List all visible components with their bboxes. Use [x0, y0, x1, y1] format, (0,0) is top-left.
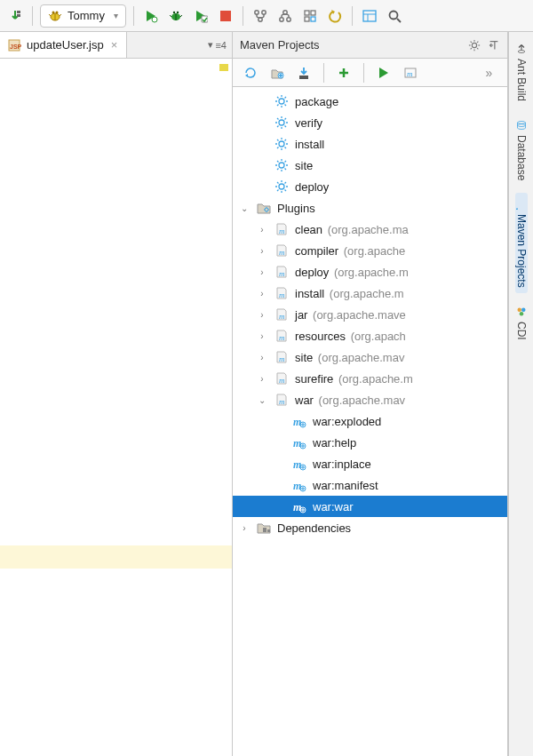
editor-tab[interactable]: JSP updateUser.jsp ×: [0, 32, 127, 58]
tree-twisty-icon[interactable]: ›: [256, 225, 268, 235]
vcs-branch2-icon[interactable]: [275, 6, 295, 26]
debug-button[interactable]: [166, 6, 186, 26]
add-project-icon[interactable]: [268, 64, 286, 82]
execute-maven-icon[interactable]: m: [402, 64, 419, 82]
plugin-item[interactable]: ›msurefire (org.apache.m: [233, 368, 507, 389]
svg-line-72: [277, 126, 279, 128]
svg-line-45: [471, 48, 472, 49]
tree-node-label: war:manifest: [313, 479, 378, 492]
dependencies-folder[interactable]: ›Dependencies: [233, 517, 507, 538]
lifecycle-phase[interactable]: install: [233, 133, 507, 155]
project-structure-icon[interactable]: [300, 6, 320, 26]
svg-point-136: [518, 51, 525, 53]
panel-toolbar-overflow[interactable]: »: [481, 64, 498, 82]
lifecycle-phase[interactable]: package: [233, 91, 507, 112]
svg-line-88: [285, 169, 287, 171]
maven-tree[interactable]: packageverifyinstallsitedeploy⌄Plugins›m…: [233, 87, 507, 756]
plugin-goal[interactable]: mwar:exploded: [233, 410, 507, 432]
svg-rect-25: [305, 11, 309, 15]
refresh-icon[interactable]: [242, 64, 259, 82]
run-button[interactable]: [141, 6, 161, 26]
plugin-item-war[interactable]: ⌄mwar (org.apache.mav: [233, 389, 507, 410]
download-sources-icon[interactable]: [295, 64, 313, 82]
dependencies-folder-icon: [256, 520, 272, 536]
plugin-goal[interactable]: mwar:help: [233, 432, 507, 453]
layout-icon[interactable]: [360, 6, 379, 26]
undo-icon[interactable]: [325, 6, 345, 26]
add-icon[interactable]: [335, 64, 353, 82]
lifecycle-phase[interactable]: verify: [233, 112, 507, 133]
editor-tab-bar: JSP updateUser.jsp × ▾≡4: [0, 32, 232, 59]
run-config-label: Tommy: [68, 9, 105, 22]
svg-rect-28: [311, 17, 315, 21]
svg-point-3: [52, 11, 55, 13]
svg-text:m: m: [279, 227, 285, 235]
plugin-item[interactable]: ›msite (org.apache.mav: [233, 346, 507, 368]
svg-point-55: [279, 99, 284, 104]
plugin-goal[interactable]: mwar:war: [233, 496, 507, 517]
tree-twisty-icon[interactable]: ›: [256, 310, 268, 320]
plugin-item[interactable]: ›mdeploy (org.apache.m: [233, 261, 507, 283]
svg-line-97: [285, 190, 287, 192]
tree-twisty-icon[interactable]: ›: [256, 331, 268, 341]
jsp-file-icon: JSP: [7, 38, 21, 52]
tree-twisty-icon[interactable]: ›: [256, 267, 268, 277]
svg-line-89: [285, 161, 287, 163]
tree-twisty-icon[interactable]: ⌄: [256, 395, 268, 405]
editor-area: JSP updateUser.jsp × ▾≡4: [0, 32, 233, 756]
run-config-selector[interactable]: Tommy ▾: [40, 4, 126, 28]
panel-hide-icon[interactable]: [488, 39, 500, 52]
svg-marker-46: [245, 74, 248, 77]
maven-plugin-icon: m: [274, 285, 290, 301]
svg-point-142: [519, 312, 523, 316]
tab-overflow-button[interactable]: ▾≡4: [203, 39, 232, 51]
panel-settings-icon[interactable]: [468, 39, 481, 52]
svg-rect-135: [267, 529, 270, 532]
right-bar-tab[interactable]: CDI: [515, 300, 528, 346]
plugin-goal[interactable]: mwar:manifest: [233, 474, 507, 496]
lifecycle-phase[interactable]: deploy: [233, 176, 507, 197]
right-bar-tab[interactable]: mMaven Projects: [515, 193, 528, 293]
tree-twisty-icon[interactable]: ›: [256, 353, 268, 362]
svg-line-69: [277, 118, 279, 120]
right-bar-tab[interactable]: Ant Build: [515, 37, 528, 107]
svg-line-71: [285, 118, 287, 120]
plugin-goal[interactable]: mwar:inplace: [233, 453, 507, 474]
svg-line-34: [397, 19, 401, 22]
run-coverage-button[interactable]: [191, 6, 211, 26]
tree-twisty-icon[interactable]: ⌄: [238, 203, 251, 213]
tree-twisty-icon[interactable]: ›: [256, 374, 268, 384]
right-bar-tab[interactable]: Database: [515, 114, 528, 186]
lifecycle-phase[interactable]: site: [233, 155, 507, 176]
maven-plugin-icon: m: [274, 243, 290, 259]
run-goal-icon[interactable]: [375, 64, 393, 82]
plugin-item[interactable]: ›mresources (org.apach: [233, 325, 507, 346]
plugins-folder[interactable]: ⌄Plugins: [233, 197, 507, 219]
tree-twisty-icon[interactable]: ›: [238, 523, 251, 533]
search-icon[interactable]: [385, 6, 404, 26]
tree-node-label: verify: [295, 116, 322, 130]
svg-point-4: [56, 11, 59, 13]
plugin-item[interactable]: ›mcompiler (org.apache: [233, 240, 507, 261]
svg-text:m: m: [516, 208, 521, 210]
plugin-item[interactable]: ›mjar (org.apache.mave: [233, 304, 507, 325]
vcs-branch-icon[interactable]: [251, 6, 270, 26]
plugin-item[interactable]: ›mclean (org.apache.ma: [233, 219, 507, 240]
tree-twisty-icon[interactable]: ›: [256, 289, 268, 298]
maven-plugin-icon: m: [274, 392, 290, 408]
svg-point-33: [389, 11, 397, 19]
editor-canvas[interactable]: [0, 59, 232, 756]
tree-twisty-icon[interactable]: ›: [256, 246, 268, 256]
svg-point-23: [287, 17, 290, 20]
plugin-item[interactable]: ›minstall (org.apache.m: [233, 283, 507, 304]
tree-node-label: war:exploded: [313, 415, 381, 428]
maven-plugin-icon: m: [274, 328, 290, 344]
svg-point-140: [517, 308, 521, 313]
stop-button[interactable]: [216, 6, 235, 26]
tree-node-label: install (org.apache.m: [295, 287, 404, 300]
close-tab-icon[interactable]: ×: [109, 38, 120, 52]
right-bar-tab-label: Database: [515, 135, 528, 180]
run-arrow-down-icon[interactable]: [5, 6, 25, 26]
svg-text:JSP: JSP: [10, 44, 21, 50]
svg-point-82: [279, 163, 284, 168]
